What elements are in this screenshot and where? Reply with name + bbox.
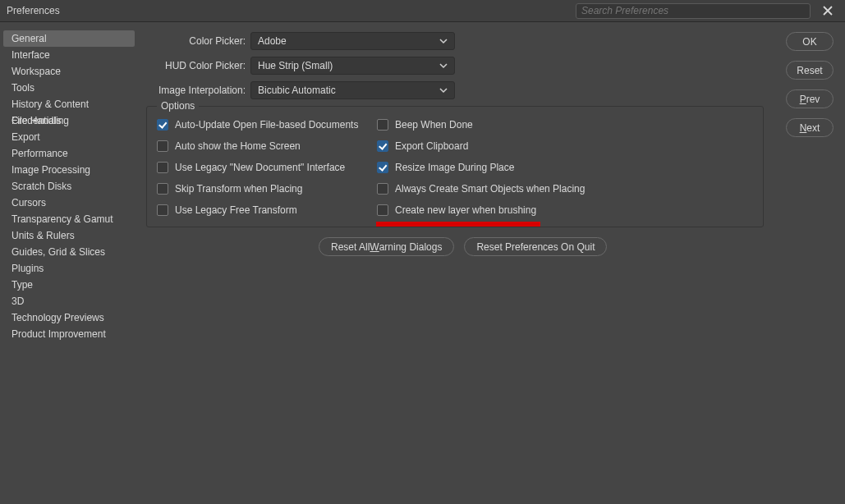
hud-color-picker-label: HUD Color Picker:	[146, 60, 250, 71]
option-auto-update-open-file-based-documents: Auto-Update Open File-based Documents	[157, 118, 377, 131]
sidebar-item-file-handling[interactable]: File Handling	[3, 112, 135, 129]
option-always-create-smart-objects-when-placing: Always Create Smart Objects when Placing	[377, 182, 623, 195]
checkbox-label[interactable]: Resize Image During Place	[395, 162, 514, 173]
sidebar-item-cursors[interactable]: Cursors	[3, 195, 135, 211]
option-auto-show-the-home-screen: Auto show the Home Screen	[157, 140, 377, 153]
option-create-new-layer-when-brushing: Create new layer when brushing	[377, 204, 623, 217]
sidebar-item-product-improvement[interactable]: Product Improvement	[3, 326, 135, 342]
option-use-legacy-free-transform: Use Legacy Free Transform	[157, 204, 377, 217]
reset-preferences-on-quit-button[interactable]: Reset Preferences On Quit	[464, 237, 607, 256]
checkbox-label[interactable]: Auto-Update Open File-based Documents	[175, 119, 358, 131]
highlight-annotation	[376, 222, 540, 227]
option-beep-when-done: Beep When Done	[377, 118, 623, 131]
checkbox-use-legacy-free-transform[interactable]	[157, 204, 168, 216]
checkbox-label[interactable]: Beep When Done	[395, 119, 473, 131]
sidebar-item-units-rulers[interactable]: Units & Rulers	[3, 227, 135, 244]
sidebar-item-type[interactable]: Type	[3, 277, 135, 293]
hud-color-picker-value: Hue Strip (Small)	[258, 60, 333, 71]
option-resize-image-during-place: Resize Image During Place	[377, 161, 623, 174]
checkbox-auto-update-open-file-based-documents[interactable]	[157, 119, 168, 131]
search-preferences-input[interactable]	[576, 3, 811, 19]
sidebar-item-image-processing[interactable]: Image Processing	[3, 162, 135, 178]
reset-warning-dialogs-button[interactable]: Reset All Warning Dialogs	[319, 237, 454, 256]
chevron-down-icon	[439, 37, 448, 45]
checkbox-label[interactable]: Create new layer when brushing	[395, 204, 536, 216]
checkbox-label[interactable]: Skip Transform when Placing	[175, 183, 302, 195]
sidebar-item-plugins[interactable]: Plugins	[3, 260, 135, 277]
option-skip-transform-when-placing: Skip Transform when Placing	[157, 182, 377, 195]
sidebar-item-tools[interactable]: Tools	[3, 80, 135, 96]
sidebar-item-interface[interactable]: Interface	[3, 47, 135, 63]
checkbox-beep-when-done[interactable]	[377, 119, 388, 131]
hud-color-picker-dropdown[interactable]: Hue Strip (Small)	[250, 57, 455, 75]
dialog-action-buttons: OK Reset Prev Next	[786, 22, 845, 504]
titlebar: Preferences	[0, 0, 845, 22]
sidebar-item-3d[interactable]: 3D	[3, 293, 135, 309]
image-interpolation-value: Bicubic Automatic	[258, 85, 336, 96]
sidebar-item-workspace[interactable]: Workspace	[3, 63, 135, 80]
color-picker-value: Adobe	[258, 35, 287, 47]
color-picker-dropdown[interactable]: Adobe	[250, 32, 455, 50]
sidebar-item-technology-previews[interactable]: Technology Previews	[3, 309, 135, 326]
checkbox-label[interactable]: Use Legacy Free Transform	[175, 204, 297, 216]
sidebar-item-guides-grid-slices[interactable]: Guides, Grid & Slices	[3, 244, 135, 260]
close-icon	[822, 5, 834, 16]
window-title: Preferences	[7, 5, 60, 16]
options-group: Options Auto-Update Open File-based Docu…	[146, 106, 764, 227]
sidebar-item-export[interactable]: Export	[3, 129, 135, 145]
sidebar-item-performance[interactable]: Performance	[3, 145, 135, 162]
main-panel: Color Picker: Adobe HUD Color Picker: Hu…	[138, 22, 786, 504]
checkbox-label[interactable]: Always Create Smart Objects when Placing	[395, 183, 585, 195]
checkbox-always-create-smart-objects-when-placing[interactable]	[377, 183, 388, 195]
options-legend: Options	[157, 100, 199, 112]
checkbox-skip-transform-when-placing[interactable]	[157, 183, 168, 195]
checkbox-label[interactable]: Use Legacy "New Document" Interface	[175, 162, 345, 173]
search-field[interactable]	[581, 5, 805, 16]
checkbox-use-legacy-new-document-interface[interactable]	[157, 162, 168, 173]
sidebar-item-transparency-gamut[interactable]: Transparency & Gamut	[3, 211, 135, 227]
chevron-down-icon	[439, 86, 448, 94]
chevron-down-icon	[439, 62, 448, 70]
checkbox-export-clipboard[interactable]	[377, 140, 388, 152]
ok-button[interactable]: OK	[786, 32, 834, 51]
sidebar-item-history-content-credentials[interactable]: History & Content Credentials	[3, 96, 135, 112]
checkbox-auto-show-the-home-screen[interactable]	[157, 140, 168, 152]
checkbox-create-new-layer-when-brushing[interactable]	[377, 204, 388, 216]
sidebar-item-scratch-disks[interactable]: Scratch Disks	[3, 178, 135, 195]
color-picker-label: Color Picker:	[146, 35, 250, 47]
image-interpolation-dropdown[interactable]: Bicubic Automatic	[250, 81, 455, 99]
sidebar: GeneralInterfaceWorkspaceToolsHistory & …	[0, 22, 138, 504]
checkbox-label[interactable]: Auto show the Home Screen	[175, 140, 301, 152]
reset-button[interactable]: Reset	[786, 61, 834, 80]
next-button[interactable]: Next	[786, 118, 834, 137]
checkbox-label[interactable]: Export Clipboard	[395, 140, 468, 152]
sidebar-item-general[interactable]: General	[3, 30, 135, 47]
option-use-legacy-new-document-interface: Use Legacy "New Document" Interface	[157, 161, 377, 174]
image-interpolation-label: Image Interpolation:	[146, 85, 250, 96]
prev-button[interactable]: Prev	[786, 89, 834, 108]
close-button[interactable]	[815, 0, 840, 22]
option-export-clipboard: Export Clipboard	[377, 140, 623, 153]
checkbox-resize-image-during-place[interactable]	[377, 162, 388, 173]
